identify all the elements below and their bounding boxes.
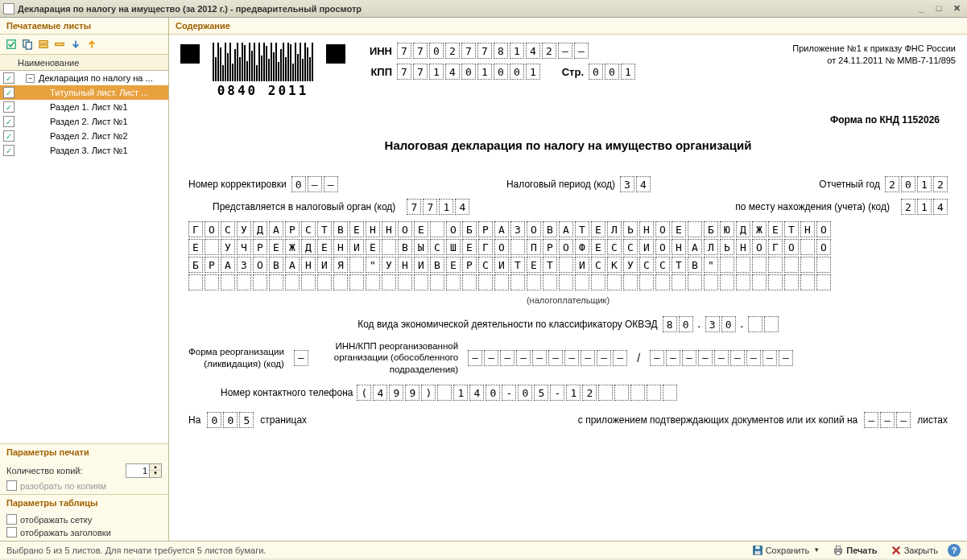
status-text: Выбрано 5 из 5 листов. Для печати требуе…	[6, 546, 744, 555]
kpp-cells: 771401001	[397, 64, 540, 80]
sidebar: Печатаемые листы Наименование ✓−Декларац…	[0, 18, 169, 541]
sidebar-header: Печатаемые листы	[0, 18, 168, 35]
print-params-section: Параметры печати Количество копий: 1 ▲▼ …	[0, 443, 168, 494]
show-grid-checkbox[interactable]: отображать сетку	[6, 514, 162, 525]
print-params-header: Параметры печати	[0, 444, 168, 460]
close-statusbar-button[interactable]: Закрыть	[886, 544, 943, 557]
tree-column-header[interactable]: Наименование	[0, 55, 168, 71]
marker-square	[180, 44, 200, 64]
toolbar-copy-icon[interactable]	[20, 37, 35, 51]
svg-rect-3	[39, 41, 48, 44]
close-icon	[891, 545, 902, 556]
table-params-section: Параметры таблицы отображать сетку отобр…	[0, 494, 168, 541]
app-icon	[3, 3, 14, 14]
help-button[interactable]: ?	[948, 544, 961, 557]
content-header: Содержание	[169, 18, 967, 35]
organ-label: Представляется в налоговый орган (код)	[213, 201, 395, 212]
year-label: Отчетный год	[819, 179, 880, 190]
okved-group-3	[748, 316, 779, 332]
svg-rect-11	[837, 551, 841, 554]
show-headers-checkbox[interactable]: отображать заголовки	[6, 527, 162, 537]
tree-item[interactable]: ✓Раздел 3. Лист №1	[0, 143, 168, 158]
phone-label: Номер контактного телефона	[221, 387, 353, 398]
reorg-form-label: Форма реорганизации(ликвидация) (код)	[188, 346, 284, 369]
toolbar-up-arrow-icon[interactable]	[85, 37, 99, 51]
attach-label: с приложением подтверждающих документов …	[578, 414, 857, 426]
svg-rect-4	[39, 45, 48, 48]
doc-title: Налоговая декларация по налогу на имущес…	[180, 138, 956, 152]
page-cells: 001	[589, 64, 635, 80]
year-cells: 2012	[885, 176, 948, 192]
page-label: Стр.	[550, 66, 584, 78]
pages-suffix: страницах	[260, 414, 307, 426]
reorg-code-cell: –	[294, 350, 308, 366]
svg-rect-8	[754, 550, 760, 554]
tree-item[interactable]: ✓−Декларация по налогу на ...	[0, 71, 168, 85]
content-pane: Содержание 0840 2011 ИНН 7702778142––	[169, 18, 967, 541]
kpp-label: КПП	[358, 66, 392, 78]
minimize-button[interactable]: _	[914, 2, 928, 15]
period-cells: 34	[620, 176, 651, 192]
doc-header-block: ИНН 7702778142–– КПП 771401001 Стр. 001	[358, 43, 734, 84]
attach-cells: –––	[864, 412, 911, 428]
svg-rect-10	[837, 546, 841, 549]
form-code: Форма по КНД 1152026	[180, 114, 940, 126]
table-params-header: Параметры таблицы	[0, 495, 168, 511]
appendix-note: Приложение №1 к приказу ФНС России от 24…	[746, 43, 956, 68]
sheets-tree: ✓−Декларация по налогу на ...✓Титульный …	[0, 71, 168, 443]
svg-rect-0	[7, 40, 16, 49]
marker-square	[326, 44, 345, 64]
taxpayer-name-grid: ГОСУДАРСТВЕННОЕОБРАЗОВАТЕЛЬНОЕБЮДЖЕТНОЕУ…	[188, 221, 948, 290]
taxpayer-hint: (налогоплательщик)	[188, 295, 948, 305]
pages-prefix: На	[188, 414, 200, 426]
toolbar-expand-icon[interactable]	[36, 37, 51, 51]
print-button[interactable]: Печать	[828, 544, 882, 557]
organ-cells: 7714	[407, 199, 469, 215]
toolbar-check-all-icon[interactable]	[4, 37, 19, 51]
place-label: по месту нахождения (учета) (код)	[735, 201, 890, 212]
reorg-inn-label: ИНН/КПП реорганизованнойорганизации (обо…	[334, 340, 458, 375]
reorg-inn-cells: ––––––––––	[468, 350, 627, 366]
phone-cells: (499)140-05-12	[357, 385, 677, 401]
corr-cells: 0––	[291, 176, 338, 192]
copies-label: Количество копий:	[6, 466, 126, 476]
maximize-button[interactable]: □	[932, 2, 946, 15]
okved-label: Код вида экономической деятельности по к…	[357, 319, 658, 330]
inn-label: ИНН	[358, 45, 392, 57]
period-label: Налоговый период (код)	[506, 179, 615, 190]
svg-rect-5	[56, 43, 64, 46]
close-button[interactable]: ✕	[949, 2, 964, 15]
statusbar: Выбрано 5 из 5 листов. Для печати требуе…	[0, 541, 967, 558]
reorg-kpp-cells: –––––––––	[650, 350, 793, 366]
toolbar-collapse-icon[interactable]	[52, 37, 67, 51]
barcode: 0840 2011	[213, 43, 313, 98]
floppy-icon	[752, 545, 763, 556]
document-viewport[interactable]: 0840 2011 ИНН 7702778142–– КПП 771401001…	[169, 35, 967, 541]
split-copies-checkbox: разобрать по копиям	[6, 480, 162, 491]
window-titlebar: Декларация по налогу на имущество (за 20…	[0, 0, 967, 18]
window-title: Декларация по налогу на имущество (за 20…	[18, 4, 914, 14]
printer-icon	[833, 545, 844, 556]
save-button[interactable]: Сохранить▼	[747, 544, 825, 557]
tree-item[interactable]: ✓Раздел 1. Лист №1	[0, 100, 168, 114]
inn-cells: 7702778142––	[397, 43, 589, 59]
attach-suffix: листах	[917, 414, 948, 426]
okved-group-1: 80	[663, 316, 693, 332]
place-cells: 214	[901, 199, 948, 215]
toolbar-down-arrow-icon[interactable]	[68, 37, 83, 51]
tree-item[interactable]: ✓Раздел 2. Лист №1	[0, 114, 168, 129]
corr-label: Номер корректировки	[188, 179, 287, 190]
tree-item[interactable]: ✓Титульный лист. Лист ...	[0, 85, 168, 100]
okved-group-2: 30	[705, 316, 736, 332]
svg-rect-7	[755, 546, 759, 549]
copies-spinner[interactable]: 1 ▲▼	[126, 463, 162, 478]
tree-item[interactable]: ✓Раздел 2. Лист №2	[0, 129, 168, 143]
svg-rect-2	[26, 42, 31, 49]
pages-cells: 005	[207, 412, 254, 428]
sidebar-toolbar	[0, 35, 168, 55]
